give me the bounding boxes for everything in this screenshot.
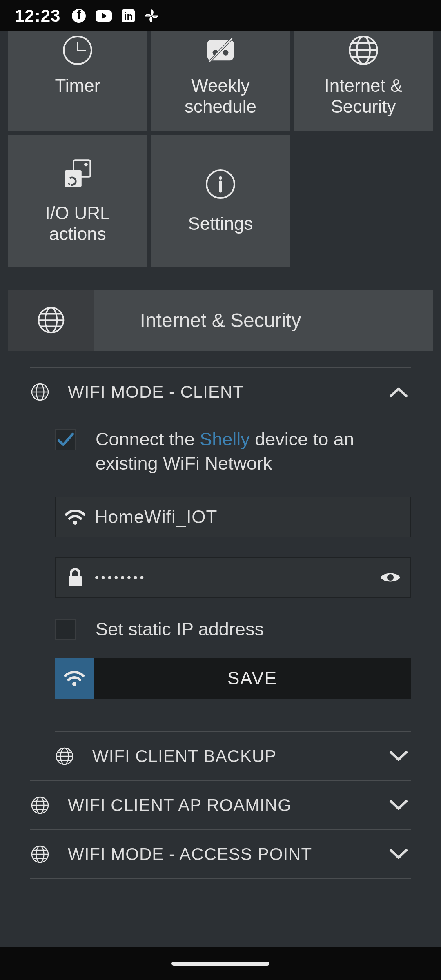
svg-rect-29: [69, 576, 82, 586]
ssid-input[interactable]: [95, 507, 410, 527]
wifi-client-panel: Connect the Shelly device to an existing…: [30, 416, 411, 731]
facebook-icon: [72, 9, 86, 23]
chevron-down-icon: [386, 751, 411, 762]
status-notification-icons: in: [72, 9, 158, 23]
app-content: Timer Weekly schedule Internet & Securit…: [0, 31, 441, 947]
globe-icon: [55, 747, 74, 766]
tile-settings[interactable]: Settings: [151, 135, 290, 267]
svg-point-4: [223, 50, 229, 56]
lock-icon: [56, 568, 95, 587]
tile-label: Weekly schedule: [185, 76, 256, 117]
row-title: WIFI MODE - ACCESS POINT: [68, 844, 386, 864]
status-time: 12:23: [15, 6, 60, 26]
section-title: Internet & Security: [94, 309, 433, 332]
chevron-up-icon: [386, 386, 411, 398]
linkedin-icon: in: [122, 9, 135, 22]
tile-label: I/O URL actions: [45, 203, 110, 244]
tile-weekly-schedule[interactable]: Weekly schedule: [151, 31, 290, 131]
tile-label: Internet & Security: [325, 76, 403, 117]
menu-tiles: Timer Weekly schedule Internet & Securit…: [8, 31, 433, 267]
status-bar: 12:23 in: [0, 0, 441, 31]
connect-checkbox[interactable]: [55, 429, 76, 450]
chevron-down-icon: [386, 800, 411, 811]
static-ip-checkbox[interactable]: [55, 619, 76, 640]
row-wifi-mode-ap[interactable]: WIFI MODE - ACCESS POINT: [30, 830, 411, 878]
section-header-icon: [8, 290, 94, 351]
wifi-icon: [55, 658, 94, 699]
wifi-icon: [56, 509, 95, 525]
row-wifi-client-backup[interactable]: WIFI CLIENT BACKUP: [30, 732, 411, 780]
globe-icon: [30, 796, 50, 815]
divider: [30, 878, 411, 879]
calendar-off-icon: [204, 34, 237, 67]
row-title: WIFI CLIENT AP ROAMING: [68, 795, 386, 815]
password-input[interactable]: [95, 571, 371, 584]
chevron-down-icon: [386, 849, 411, 860]
tile-label: Timer: [55, 76, 100, 96]
row-wifi-ap-roaming[interactable]: WIFI CLIENT AP ROAMING: [30, 781, 411, 829]
tile-internet-security[interactable]: Internet & Security: [294, 31, 433, 131]
row-wifi-mode-client[interactable]: WIFI MODE - CLIENT: [30, 368, 411, 416]
save-button-label: SAVE: [94, 658, 411, 699]
section-header: Internet & Security: [8, 290, 433, 351]
globe-icon: [30, 383, 50, 401]
row-title: WIFI MODE - CLIENT: [68, 382, 386, 402]
svg-point-31: [72, 682, 76, 686]
password-input-wrap[interactable]: [55, 557, 411, 598]
save-button[interactable]: SAVE: [55, 658, 411, 699]
tile-label: Settings: [188, 214, 253, 234]
system-nav-bar: [0, 947, 441, 980]
row-title: WIFI CLIENT BACKUP: [92, 746, 386, 766]
youtube-icon: [96, 10, 112, 22]
io-actions-icon: [61, 157, 94, 190]
static-ip-label: Set static IP address: [96, 617, 264, 641]
photos-icon: [145, 9, 158, 23]
ssid-input-wrap[interactable]: [55, 497, 411, 537]
svg-point-30: [387, 574, 394, 581]
svg-point-16: [219, 176, 222, 180]
tile-timer[interactable]: Timer: [8, 31, 147, 131]
info-icon: [204, 168, 237, 200]
globe-icon: [347, 34, 380, 67]
connect-checkbox-label: Connect the Shelly device to an existing…: [96, 428, 411, 475]
svg-point-28: [73, 521, 77, 525]
eye-icon[interactable]: [371, 570, 410, 585]
svg-point-13: [84, 163, 88, 167]
clock-icon: [61, 34, 94, 67]
tile-io-url-actions[interactable]: I/O URL actions: [8, 135, 147, 267]
globe-icon: [30, 845, 50, 864]
home-indicator[interactable]: [172, 962, 270, 966]
